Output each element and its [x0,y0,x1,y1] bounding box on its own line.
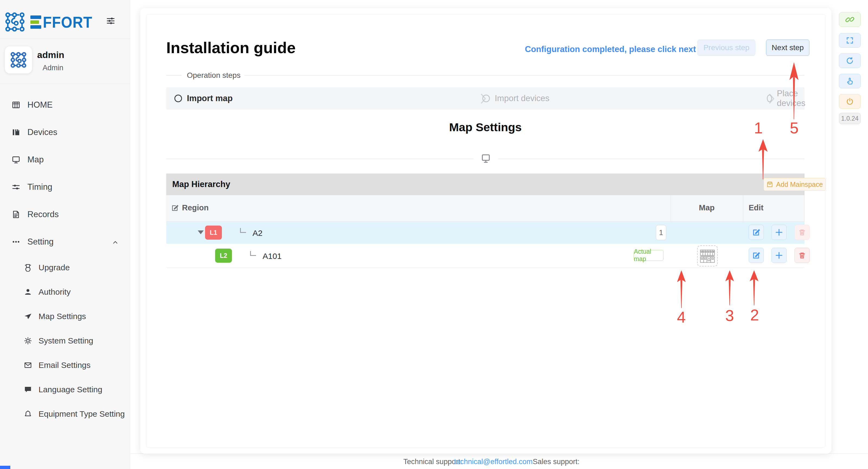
level-badge-l2: L2 [215,248,232,263]
add-mainspace-button[interactable]: Add Mainspace [764,178,826,191]
refresh-button[interactable] [839,54,861,68]
table-header-row: Region Map Edit [166,195,805,222]
sidebar-item-email-settings[interactable]: Email Settings [0,353,130,377]
link-button[interactable] [839,12,861,27]
edit-row-button[interactable] [749,225,764,240]
sidebar-item-devices[interactable]: Devices [0,119,130,146]
table-row-a101[interactable]: L2 A101 Actual map [166,244,805,268]
refresh-icon [846,57,854,65]
divider [166,159,473,159]
devices-icon [12,128,20,137]
sidebar-item-setting[interactable]: Setting [0,228,130,256]
region-name: A101 [262,252,282,261]
sidebar-item-authority[interactable]: Authority [0,280,130,304]
grid-icon [12,101,20,109]
next-step-button[interactable]: Next step [766,40,809,56]
divider [166,75,182,76]
user-panel[interactable]: admin Admin [0,39,130,84]
sidebar-item-label: HOME [27,100,53,110]
main-card: Installation guide Configuration complet… [140,8,831,454]
link-icon [845,15,854,24]
brand-text: FFORT [43,13,92,31]
sidebar-menu: HOME Devices Map Timing [0,91,130,426]
technical-support-email[interactable]: technical@effortled.com [454,458,533,466]
edit-square-icon [171,204,179,212]
edit-row-button[interactable] [749,248,764,263]
step-import-map: Import map [175,87,233,109]
panel-toggle-icon[interactable] [106,16,115,26]
delete-row-button[interactable] [795,248,810,263]
sidebar-item-language-setting[interactable]: Language Setting [0,377,130,402]
step-circle [767,95,772,102]
add-child-button[interactable] [771,225,786,240]
paper-plane-icon [24,312,32,321]
bell-icon [24,410,32,418]
annotation-arrow-5-up [788,62,800,120]
page-title: Installation guide [166,38,296,57]
upgrade-badge-icon [24,264,32,272]
pointer-hand-button[interactable] [839,74,861,88]
effort-wordmark: FFORT [30,13,97,31]
column-divider [743,195,743,222]
sidebar-item-label: Language Setting [38,385,102,394]
page: FFORT adm [0,0,868,469]
annotation-arrow-4-up [676,270,687,308]
sidebar-item-map-settings[interactable]: Map Settings [0,304,130,329]
caret-down-icon[interactable] [198,230,204,234]
username: admin [37,49,64,60]
table-row-a2[interactable]: L1 A2 1 [166,222,805,244]
sidebar-item-home[interactable]: HOME [0,91,130,119]
divider [244,75,805,76]
sidebar-item-label: System Setting [38,336,93,345]
sidebar-item-records[interactable]: Records [0,201,130,228]
sidebar-header: FFORT [0,0,130,39]
sidebar-item-system-setting[interactable]: System Setting [0,329,130,353]
plus-icon [775,228,783,237]
hand-icon [846,77,854,85]
archive-box-icon [766,181,773,188]
sidebar: FFORT adm [0,0,130,469]
annotation-number-3: 3 [719,306,741,325]
map-hierarchy-title: Map Hierarchy [172,179,230,189]
annotation-number-1: 1 [748,119,769,137]
sidebar-item-label: Map [27,155,44,165]
column-region: Region [171,203,209,212]
sliders-icon [12,183,20,191]
document-icon [12,210,20,219]
fullscreen-button[interactable] [839,33,861,48]
sidebar-item-equipment-type-setting[interactable]: Equipment Type Setting [0,402,130,426]
branch-icon [240,228,246,233]
actual-map-tag: Actual map [633,250,663,261]
step-circle [482,95,490,102]
avatar [5,46,32,73]
delete-row-button-disabled[interactable] [795,225,810,240]
effort-e-glyph [30,15,41,29]
plus-icon [775,251,783,260]
child-count-badge: 1 [656,225,666,240]
fullscreen-icon [846,36,854,44]
column-edit: Edit [749,203,764,212]
annotation-arrow-3-up [724,270,735,306]
user-role: Admin [42,64,63,72]
sidebar-item-label: Email Settings [38,361,91,370]
previous-step-button[interactable]: Previous step [698,40,755,56]
power-button[interactable] [839,94,861,109]
sidebar-item-map[interactable]: Map [0,146,130,173]
column-divider [804,195,805,222]
sidebar-item-label: Devices [27,127,57,137]
envelope-icon [24,361,32,369]
bottom-left-accent [0,466,10,469]
column-map: Map [671,203,743,212]
map-settings-title: Map Settings [166,121,805,134]
add-child-button[interactable] [771,248,786,263]
edit-icon [752,251,760,260]
sales-support-label: Sales support: [533,458,580,466]
trash-icon [798,229,806,236]
step-import-devices: Import devices [482,87,550,109]
version-badge: 1.0.24 [839,113,861,124]
annotation-arrow-2-up [749,270,760,306]
sidebar-item-upgrade[interactable]: Upgrade [0,256,130,280]
map-thumbnail[interactable] [697,245,718,267]
sidebar-item-timing[interactable]: Timing [0,173,130,201]
technical-support-label: Technical support: [403,458,463,466]
